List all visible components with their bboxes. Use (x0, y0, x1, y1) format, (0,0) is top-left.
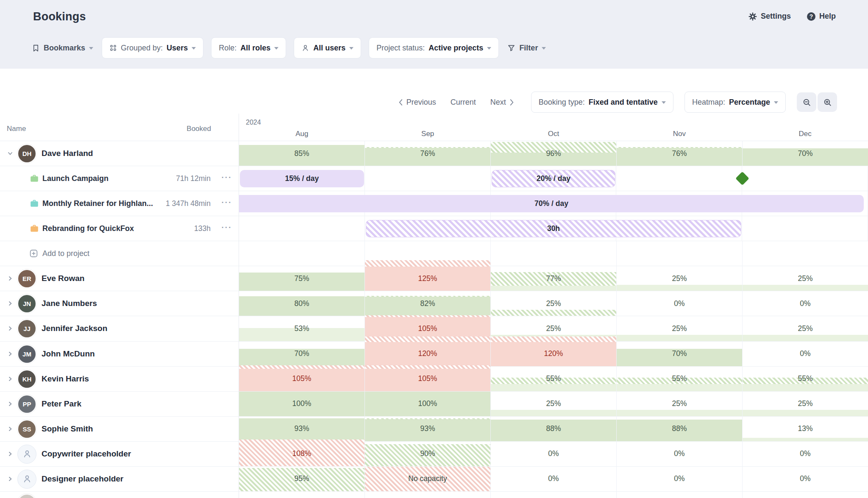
heatmap-cell[interactable]: 75% (239, 266, 365, 291)
add-to-project-button[interactable]: Add to project (42, 249, 89, 258)
heatmap-cell[interactable]: 105% (365, 367, 491, 391)
heatmap-cell[interactable]: 0% (617, 291, 743, 316)
filter-button[interactable]: Filter (507, 44, 546, 53)
chevron-right-icon[interactable] (7, 300, 13, 306)
user-row[interactable]: Copywriter placeholder108%90%0%0%0% (0, 442, 868, 467)
heatmap-cell[interactable]: 90% (365, 442, 491, 466)
chevron-right-icon[interactable] (7, 275, 13, 281)
heatmap-cell[interactable]: 70% (239, 342, 365, 366)
heatmap-cell[interactable]: 0% (743, 467, 868, 491)
heatmap-cell[interactable]: 77% (491, 266, 617, 291)
heatmap-cell[interactable]: 25% (491, 316, 617, 341)
next-button[interactable]: Next (490, 98, 514, 107)
heatmap-cell[interactable]: 100% (365, 392, 491, 416)
heatmap-cell[interactable]: 25% (743, 266, 868, 291)
heatmap-cell[interactable]: 76% (365, 141, 491, 166)
user-row[interactable]: JJJennifer Jackson53%105%25%25%25% (0, 316, 868, 341)
filter-pill-all-roles[interactable]: Role:All roles (211, 37, 286, 58)
milestone-diamond-icon[interactable] (735, 172, 749, 186)
heatmap-cell[interactable]: 70% (617, 342, 743, 366)
cell-value: 105% (365, 367, 490, 391)
project-row[interactable]: Launch Campaign71h 12min···15% / day20% … (0, 166, 868, 191)
heatmap-cell[interactable]: 76% (617, 141, 743, 166)
help-button[interactable]: ? Help (807, 12, 836, 21)
heatmap-cell[interactable]: 105% (365, 316, 491, 341)
user-row[interactable]: JNJane Numbers80%82%25%0%0% (0, 291, 868, 316)
chevron-right-icon[interactable] (7, 401, 13, 407)
zoom-in-button[interactable] (818, 92, 837, 112)
heatmap-cell[interactable]: 13% (743, 417, 868, 441)
heatmap-cell[interactable]: 100% (239, 392, 365, 416)
user-row[interactable]: SSSophie Smith93%93%88%88%13% (0, 417, 868, 442)
chevron-down-icon[interactable] (7, 150, 13, 156)
heatmap-cell[interactable]: 25% (491, 392, 617, 416)
heatmap-cell[interactable]: 95% (239, 467, 365, 491)
heatmap-cell[interactable]: 25% (617, 316, 743, 341)
heatmap-cell[interactable]: 25% (743, 392, 868, 416)
heatmap-cell[interactable]: 0% (743, 442, 868, 466)
chevron-right-icon[interactable] (7, 326, 13, 331)
heatmap-dropdown[interactable]: Heatmap: Percentage (684, 92, 786, 113)
user-row[interactable]: EREve Rowan75%125%77%25%25% (0, 266, 868, 291)
heatmap-cell[interactable]: 0% (743, 342, 868, 366)
heatmap-cell[interactable]: 105% (239, 367, 365, 391)
booking-bar[interactable]: 15% / day (240, 170, 364, 187)
heatmap-cell[interactable]: 25% (491, 291, 617, 316)
heatmap-cell[interactable]: 85% (239, 141, 365, 166)
heatmap-cell[interactable]: 55% (743, 367, 868, 391)
user-row[interactable]: PPPeter Park100%100%25%25%25% (0, 392, 868, 417)
heatmap-cell[interactable]: 96% (491, 141, 617, 166)
current-button[interactable]: Current (451, 98, 476, 107)
settings-button[interactable]: Settings (748, 12, 791, 21)
chevron-right-icon[interactable] (7, 351, 13, 357)
heatmap-cell[interactable]: 0% (491, 467, 617, 491)
heatmap-cell[interactable]: 125% (365, 266, 491, 291)
filter-pill-all-users[interactable]: All users (294, 37, 361, 58)
user-row[interactable]: KHKevin Harris105%105%55%55%55% (0, 367, 868, 392)
heatmap-cell[interactable]: No capacity (365, 467, 491, 491)
heatmap-cell[interactable]: 0% (617, 467, 743, 491)
heatmap-cell[interactable]: 53% (239, 316, 365, 341)
filter-pill-active-projects[interactable]: Project status:Active projects (369, 37, 499, 58)
booking-bar[interactable]: 20% / day (492, 170, 616, 187)
bookmarks-button[interactable]: Bookmarks (32, 44, 93, 53)
heatmap-cell[interactable]: 120% (365, 342, 491, 366)
chevron-right-icon[interactable] (7, 476, 13, 482)
filter-pill-users[interactable]: Grouped by:Users (102, 37, 203, 58)
heatmap-cell[interactable]: 82% (365, 291, 491, 316)
chevron-right-icon[interactable] (7, 451, 13, 457)
heatmap-cell[interactable]: 0% (743, 291, 868, 316)
heatmap-cell[interactable]: 25% (617, 266, 743, 291)
heatmap-cell[interactable]: 108% (239, 442, 365, 466)
rows: DHDave Harland85%76%96%76%70%Launch Camp… (0, 141, 868, 498)
heatmap-cell[interactable]: 25% (743, 316, 868, 341)
heatmap-cell[interactable]: 0% (491, 442, 617, 466)
heatmap-cell[interactable]: 0% (617, 442, 743, 466)
chevron-right-icon[interactable] (7, 426, 13, 432)
user-row[interactable]: Designer placeholder95%No capacity0%0%0% (0, 467, 868, 492)
heatmap-cell[interactable]: 120% (491, 342, 617, 366)
cell-value: 0% (743, 442, 868, 466)
heatmap-cell[interactable]: 93% (365, 417, 491, 441)
booking-bar[interactable]: 70% / day (239, 195, 864, 212)
row-menu-button[interactable]: ··· (220, 173, 233, 182)
project-row[interactable]: Rebranding for QuickFox133h···30h (0, 216, 868, 241)
booking-type-dropdown[interactable]: Booking type: Fixed and tentative (531, 92, 673, 113)
heatmap-cell[interactable]: 80% (239, 291, 365, 316)
previous-button[interactable]: Previous (398, 98, 436, 107)
row-menu-button[interactable]: ··· (220, 223, 233, 232)
heatmap-cell[interactable]: 93% (239, 417, 365, 441)
zoom-out-button[interactable] (797, 92, 816, 112)
booking-bar[interactable]: 30h (366, 220, 741, 237)
heatmap-cell[interactable]: 55% (617, 367, 743, 391)
row-menu-button[interactable]: ··· (220, 198, 233, 207)
heatmap-cell[interactable]: 25% (617, 392, 743, 416)
user-row[interactable]: JMJohn McDunn70%120%120%70%0% (0, 342, 868, 367)
heatmap-cell[interactable]: 88% (617, 417, 743, 441)
heatmap-cell[interactable]: 88% (491, 417, 617, 441)
project-row[interactable]: Monthly Retainer for Highlan...1 347h 48… (0, 191, 868, 216)
heatmap-cell[interactable]: 70% (743, 141, 868, 166)
heatmap-cell[interactable]: 55% (491, 367, 617, 391)
user-row[interactable]: DHDave Harland85%76%96%76%70% (0, 141, 868, 166)
chevron-right-icon[interactable] (7, 376, 13, 382)
